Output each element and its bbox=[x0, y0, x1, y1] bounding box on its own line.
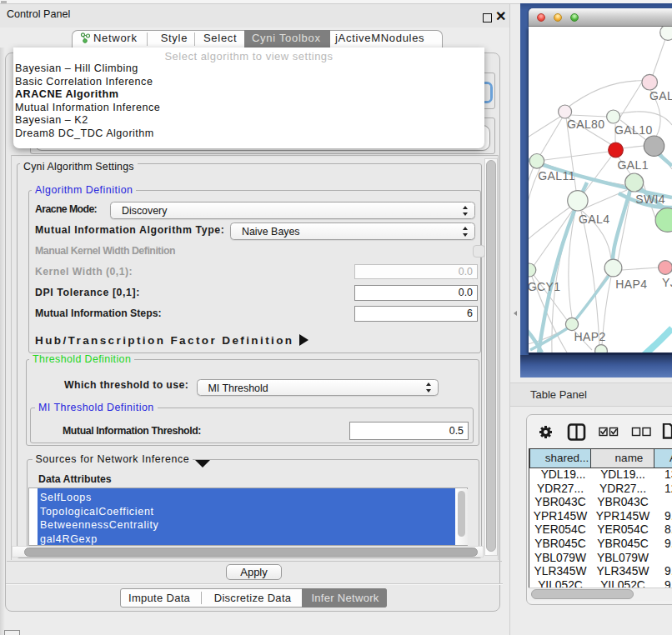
svg-text:SWI4: SWI4 bbox=[635, 192, 665, 206]
svg-text:HAP4: HAP4 bbox=[615, 278, 647, 291]
svg-text:GAL80: GAL80 bbox=[567, 118, 605, 131]
svg-text:GAL11: GAL11 bbox=[538, 169, 575, 182]
svg-text:HAP2: HAP2 bbox=[574, 330, 606, 343]
svg-text:YJ: YJ bbox=[662, 276, 672, 289]
svg-text:GAL1: GAL1 bbox=[618, 158, 649, 172]
svg-text:GAL10: GAL10 bbox=[614, 123, 653, 137]
svg-text:GCY1: GCY1 bbox=[529, 280, 560, 293]
svg-text:GAL2: GAL2 bbox=[649, 89, 672, 102]
svg-text:GAL4: GAL4 bbox=[579, 212, 609, 226]
